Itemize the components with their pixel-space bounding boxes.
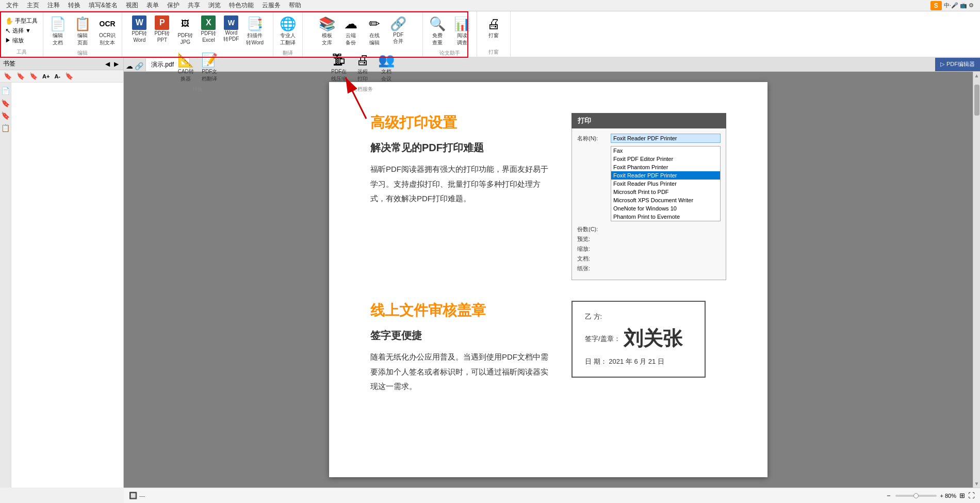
pdf-compress-btn[interactable]: 🗜 PDF在线压缩 [328, 50, 350, 85]
sidebar-nav-next[interactable]: ▶ [112, 60, 120, 68]
scroll-up-btn[interactable]: ▲ [974, 72, 979, 79]
menu-home[interactable]: 主页 [23, 0, 43, 11]
pdf-merge-btn[interactable]: 🔗 PDF合并 [387, 13, 410, 47]
word-pdf-btn[interactable]: W Word转PDF [220, 13, 242, 45]
menu-cloud[interactable]: 云服务 [258, 0, 285, 11]
bottom-left: 🔲 — [129, 492, 145, 499]
template-btn[interactable]: 📚 模板文库 [316, 13, 338, 48]
sidebar-tool-3[interactable]: 🔖 [28, 72, 39, 80]
top-right-brand: S 中·🎤 📺 ⚙ [930, 1, 978, 10]
pdf-excel-btn[interactable]: X PDF转Excel [198, 13, 219, 45]
ribbon-edit-group: 📄 编辑文档 📋 编辑页面 OCR OCR识别文本 编辑 [43, 11, 122, 57]
menu-file[interactable]: 文件 [2, 0, 23, 11]
sidebar-nav: ◀ ▶ [104, 60, 120, 68]
right-scrollbar[interactable]: ▲ ▼ [973, 72, 980, 488]
print-printer-list[interactable]: Fax Foxit PDF Editor Printer Foxit Phant… [611, 146, 721, 221]
zoom-minus[interactable]: － [885, 491, 892, 500]
print-zoom-label: 缩放: [577, 245, 611, 253]
print-name-row: 名称(N): [577, 134, 721, 143]
menu-convert[interactable]: 转换 [64, 0, 85, 11]
print-zoom-row: 缩放: [577, 245, 721, 253]
print-name-input[interactable] [611, 134, 721, 143]
scroll-down-btn[interactable]: ▼ [974, 480, 979, 488]
sidebar-icon-2[interactable]: 🔖 [0, 98, 11, 108]
brand-text: 中·🎤 📺 ⚙ [944, 2, 974, 9]
scroll-thumb[interactable] [974, 85, 979, 116]
sidebar-nav-prev[interactable]: ◀ [104, 60, 111, 68]
ribbon-print-group: 🖨 打窗 打窗 [477, 11, 511, 57]
sidebar-title: 书签 [3, 59, 15, 68]
read-check-btn[interactable]: 📊 阅读调查 [451, 13, 473, 48]
menu-annotation[interactable]: 注释 [43, 0, 64, 11]
zoom-slider[interactable] [895, 495, 937, 497]
professional-translate-btn[interactable]: 🌐 专业人工翻译 [276, 13, 299, 48]
section-1: 高级打印设置 解决常见的PDF打印难题 福昕PDF阅读器拥有强大的打印功能，界面… [370, 113, 726, 280]
section-2: 线上文件审核盖章 签字更便捷 随着无纸化办公应用普及。当遇到使用PDF文档中需要… [370, 301, 726, 394]
printer-foxit-phantom[interactable]: Foxit Phantom Printer [611, 163, 720, 171]
sidebar-font-decrease[interactable]: A- [53, 73, 62, 80]
menu-sign[interactable]: 填写&签名 [85, 0, 122, 11]
pdf-translate-btn[interactable]: 📝 PDF文档翻译 [198, 50, 221, 85]
main-content: 高级打印设置 解决常见的PDF打印难题 福昕PDF阅读器拥有强大的打印功能，界面… [124, 72, 980, 488]
ribbon-assistant-group: 🔍 免费查重 📊 阅读调查 论文助手 [423, 11, 477, 57]
pdf-word-btn[interactable]: W PDF转Word [128, 13, 150, 45]
cloud-backup-btn[interactable]: ☁ 云端备份 [339, 13, 362, 48]
sig-party: 乙 方: [585, 312, 692, 321]
online-edit-btn[interactable]: ✏ 在线编辑 [363, 13, 386, 48]
ribbon-convert-group: W PDF转Word P PDF转PPT 🖼 PDF转JPG X PDF转Exc… [122, 11, 273, 57]
print-main-btn[interactable]: 🖨 打窗 [482, 13, 505, 41]
ribbon-translate-group: 🌐 专业人工翻译 翻译 [273, 11, 303, 57]
remote-print-btn[interactable]: 🖨 远程打印 [351, 50, 374, 85]
pdf-jpg-btn[interactable]: 🖼 PDF转JPG [174, 13, 197, 47]
fit-page-btn[interactable]: ⊞ [959, 492, 965, 499]
signature-box: 乙 方: 签字/盖章： 刘关张 日 期： 2021 年 6 月 21 日 [571, 301, 706, 378]
bottom-icon-1[interactable]: 🔲 [129, 492, 137, 499]
edit-page-btn[interactable]: 📋 编辑页面 [71, 13, 94, 48]
menu-browse[interactable]: 浏览 [204, 0, 225, 11]
free-check-btn[interactable]: 🔍 免费查重 [426, 13, 449, 48]
printer-foxit-editor[interactable]: Foxit PDF Editor Printer [611, 155, 720, 163]
printer-fax[interactable]: Fax [611, 147, 720, 155]
fullscreen-btn[interactable]: ⛶ [968, 492, 975, 499]
printer-phantom-evernote[interactable]: Phantom Print to Evernote [611, 213, 720, 221]
sidebar-icon-3[interactable]: 🔖 [0, 110, 11, 121]
menu-share[interactable]: 共享 [184, 0, 204, 11]
doc-meeting-btn[interactable]: 👥 文档会议 [375, 50, 398, 85]
hand-tool-btn[interactable]: ✋ 手型工具 [3, 17, 40, 25]
zoom-plus-label[interactable]: + 80% [940, 493, 956, 499]
printer-foxit-plus[interactable]: Foxit Reader Plus Printer [611, 180, 720, 188]
convert-group-label: 转换 [192, 86, 203, 94]
edit-shrink-btn[interactable]: ▶ 缩放 [3, 36, 26, 45]
select-tool-btn[interactable]: ↖ 选择 ▼ [3, 26, 33, 35]
sig-date-row: 日 期： 2021 年 6 月 21 日 [585, 357, 692, 366]
sidebar-tool-4[interactable]: 🔖 [63, 72, 75, 80]
sidebar-icon-4[interactable]: 📋 [0, 123, 11, 133]
menu-protect[interactable]: 保护 [163, 0, 184, 11]
zoom-thumb[interactable] [913, 493, 919, 498]
page-container[interactable]: 高级打印设置 解决常见的PDF打印难题 福昕PDF阅读器拥有强大的打印功能，界面… [124, 72, 973, 488]
docservice-label: 文档服务 [352, 86, 373, 94]
print-preview-label: 预览: [577, 235, 611, 243]
section1-text: 高级打印设置 解决常见的PDF打印难题 福昕PDF阅读器拥有强大的打印功能，界面… [370, 113, 551, 280]
sidebar-tool-2[interactable]: 🔖 [15, 72, 26, 80]
menu-special[interactable]: 特色功能 [225, 0, 258, 11]
printer-ms-pdf[interactable]: Microsoft Print to PDF [611, 188, 720, 196]
ribbon-docservice-group: 📚 模板文库 ☁ 云端备份 ✏ 在线编辑 🔗 PDF合并 🗜 PDF在 [303, 11, 423, 57]
sidebar-icon-1[interactable]: 📄 [0, 86, 11, 96]
menu-view[interactable]: 视图 [122, 0, 142, 11]
printer-ms-xps[interactable]: Microsoft XPS Document Writer [611, 196, 720, 204]
menu-help[interactable]: 帮助 [285, 0, 305, 11]
section1-subtitle: 解决常见的PDF打印难题 [370, 141, 551, 155]
printer-foxit-reader[interactable]: Foxit Reader PDF Printer [611, 171, 720, 180]
pdf-ppt-btn[interactable]: P PDF转PPT [151, 13, 173, 45]
scan-word-btn[interactable]: 📑 扫描件转Word [243, 13, 267, 48]
edit-doc-btn[interactable]: 📄 编辑文档 [46, 13, 69, 48]
section2-text: 线上文件审核盖章 签字更便捷 随着无纸化办公应用普及。当遇到使用PDF文档中需要… [370, 301, 551, 394]
sidebar-tool-1[interactable]: 🔖 [2, 72, 13, 80]
menu-form[interactable]: 表单 [142, 0, 163, 11]
cad-btn[interactable]: 📐 CAD转换器 [174, 50, 197, 85]
printer-onenote[interactable]: OneNote for Windows 10 [611, 204, 720, 213]
pdf-editor-label[interactable]: ▷ PDF编辑器 [935, 57, 980, 71]
ocr-btn[interactable]: OCR OCR识别文本 [96, 13, 119, 48]
sidebar-font-increase[interactable]: A+ [41, 73, 51, 80]
